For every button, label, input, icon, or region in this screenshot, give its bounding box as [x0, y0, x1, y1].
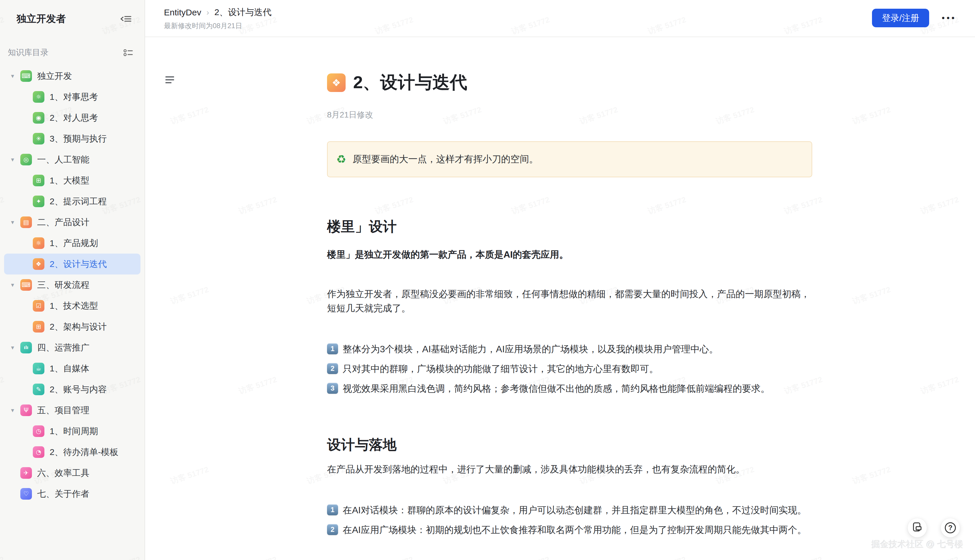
section-bold-intro: 楼里」是独立开发做的第一款产品，本质是AI的套壳应用。: [327, 248, 812, 262]
section-paragraph: 在产品从开发到落地的过程中，进行了大量的删减，涉及具体功能模块的丢弃，也有复杂流…: [327, 462, 812, 477]
clock-icon: ◔: [33, 446, 44, 458]
section-heading: 楼里」设计: [327, 217, 812, 236]
callout-text: 原型要画的大一点，这样才有挥小刀的空间。: [353, 153, 538, 166]
collapse-sidebar-icon[interactable]: [120, 14, 132, 23]
feedback-annotation-button[interactable]: [908, 518, 927, 537]
sidebar-item[interactable]: ❖2、设计与迭代: [4, 253, 140, 275]
expander-arrow-icon[interactable]: ▾: [11, 344, 20, 351]
question-mark-icon: ?: [945, 522, 956, 533]
document: ❖ 2、设计与迭代 8月21日修改 ♻ 原型要画的大一点，这样才有挥小刀的空间。…: [327, 71, 812, 560]
sidebar-item-label: 2、待办清单-模板: [50, 446, 118, 458]
numbered-list: 1整体分为3个模块，AI基础对话能力，AI应用场景的广场模块，以及我的模块用户管…: [327, 342, 812, 395]
bulb-icon: ☼: [33, 237, 44, 249]
gauge-icon: ◷: [33, 425, 44, 437]
sidebar-item[interactable]: ✦2、提示词工程: [4, 191, 140, 212]
doc-modified-date: 8月21日修改: [327, 109, 812, 120]
sidebar-item-label: 1、时间周期: [50, 425, 98, 437]
expander-arrow-icon[interactable]: ▾: [11, 219, 20, 226]
main-area: EntityDev › 2、设计与迭代 最新修改时间为08月21日 登录/注册 …: [145, 0, 975, 560]
outline-toc-icon[interactable]: [165, 76, 175, 85]
flowchart-icon: ❖: [33, 258, 44, 270]
more-options-icon[interactable]: •••: [942, 13, 957, 23]
community-watermark: 掘金技术社区 @ 七号楼: [872, 538, 963, 550]
sidebar-item-label: 2、设计与迭代: [50, 258, 107, 270]
checkbox-icon: ☑: [33, 300, 44, 312]
sidebar-item[interactable]: ⊞2、架构与设计: [4, 316, 140, 337]
recycle-icon: ♻: [336, 154, 346, 165]
login-register-button[interactable]: 登录/注册: [872, 9, 929, 27]
sidebar-item[interactable]: ☑1、技术选型: [4, 295, 140, 316]
numbered-item-text: 只对其中的群聊，广场模块的功能做了细节设计，其它的地方心里有数即可。: [343, 362, 658, 376]
sidebar-item[interactable]: ☼1、对事思考: [4, 87, 140, 107]
aperture-icon: ✳: [33, 133, 44, 145]
sidebar-item[interactable]: ▾⌨三、研发流程: [4, 275, 140, 295]
bar-chart-icon: ılı: [20, 342, 32, 353]
doc-flowchart-icon: ❖: [327, 73, 346, 92]
expander-arrow-icon[interactable]: ▾: [11, 407, 20, 414]
sidebar-item[interactable]: ✳3、预期与执行: [4, 128, 140, 149]
sidebar-item[interactable]: ✈六、效率工具: [4, 463, 140, 483]
trophy-icon: Ψ: [20, 405, 32, 416]
sidebar-item[interactable]: ▾Ψ五、项目管理: [4, 400, 140, 421]
sidebar-item-label: 1、对事思考: [50, 91, 98, 103]
workspace-title: 独立开发者: [17, 12, 66, 25]
tag-icon: ✦: [33, 195, 44, 207]
sidebar-item[interactable]: ☕1、自媒体: [4, 358, 140, 379]
numbered-list-item: 3视觉效果采用黑白浅色调，简约风格；参考微信但做不出他的质感，简约风格也能降低前…: [327, 382, 812, 395]
doc-sections: 楼里」设计楼里」是独立开发做的第一款产品，本质是AI的套壳应用。作为独立开发者，…: [327, 217, 812, 560]
doc-title-row: ❖ 2、设计与迭代: [327, 71, 812, 94]
sidebar-item-label: 四、运营推广: [37, 342, 89, 354]
kb-directory-row: 知识库目录: [0, 47, 145, 58]
compass-icon: ◉: [33, 112, 44, 123]
sidebar-item-label: 六、效率工具: [37, 467, 89, 479]
sidebar-item[interactable]: ♡七、关于作者: [4, 483, 140, 504]
layers-icon: ▤: [20, 217, 32, 228]
expander-arrow-icon[interactable]: ▾: [11, 73, 20, 80]
sidebar-item[interactable]: ▾◎一、人工智能: [4, 149, 140, 170]
breadcrumb: EntityDev › 2、设计与迭代 最新修改时间为08月21日: [164, 7, 271, 30]
sidebar-item[interactable]: ◷1、时间周期: [4, 421, 140, 442]
numbered-list-item: 2只对其中的群聊，广场模块的功能做了细节设计，其它的地方心里有数即可。: [327, 362, 812, 376]
sidebar-item[interactable]: ▾⌨独立开发: [4, 65, 140, 87]
grid-icon: ⊞: [33, 175, 44, 186]
help-button[interactable]: ?: [941, 518, 960, 537]
kb-tree: ▾⌨独立开发☼1、对事思考◉2、对人思考✳3、预期与执行▾◎一、人工智能⊞1、大…: [0, 65, 145, 504]
number-badge-icon: 3: [327, 383, 338, 394]
sidebar-item-label: 2、提示词工程: [50, 195, 107, 207]
sidebar-header: 独立开发者: [0, 0, 145, 25]
breadcrumb-root-link[interactable]: EntityDev: [164, 8, 201, 17]
expander-arrow-icon[interactable]: ▾: [11, 156, 20, 163]
compass-icon: ◎: [20, 154, 32, 165]
sidebar-item[interactable]: ✎2、账号与内容: [4, 379, 140, 400]
number-badge-icon: 1: [327, 343, 338, 354]
sidebar-item-label: 二、产品设计: [37, 217, 89, 228]
sidebar-item[interactable]: ☼1、产品规划: [4, 233, 140, 253]
header-actions: 登录/注册 •••: [872, 9, 957, 27]
sidebar-item-label: 五、项目管理: [37, 405, 89, 417]
sort-list-icon[interactable]: [123, 48, 133, 57]
sidebar-item-label: 一、人工智能: [37, 154, 89, 166]
sidebar-item[interactable]: ▾▤二、产品设计: [4, 212, 140, 233]
number-badge-icon: 2: [327, 524, 338, 535]
numbered-list-item: 1整体分为3个模块，AI基础对话能力，AI应用场景的广场模块，以及我的模块用户管…: [327, 342, 812, 356]
last-modified-text: 最新修改时间为08月21日: [164, 21, 271, 30]
numbered-item-text: 在AI对话模块：群聊的原本的设计偏复杂，用户可以动态创建群，并且指定群里大模型的…: [343, 503, 807, 517]
expander-arrow-icon[interactable]: ▾: [11, 282, 20, 288]
sidebar-item-label: 1、技术选型: [50, 300, 98, 312]
sidebar-item-label: 七、关于作者: [37, 488, 89, 500]
sidebar-item-label: 1、产品规划: [50, 237, 98, 249]
numbered-list: 1在AI对话模块：群聊的原本的设计偏复杂，用户可以动态创建群，并且指定群里大模型…: [327, 503, 812, 537]
sidebar-item[interactable]: ⊞1、大模型: [4, 170, 140, 191]
sidebar-item-label: 3、预期与执行: [50, 133, 107, 145]
sidebar-item[interactable]: ▾ılı四、运营推广: [4, 337, 140, 358]
sidebar-item-label: 1、自媒体: [50, 363, 89, 375]
numbered-item-text: 整体分为3个模块，AI基础对话能力，AI应用场景的广场模块，以及我的模块用户管理…: [343, 342, 718, 356]
number-badge-icon: 2: [327, 363, 338, 374]
sidebar-item-label: 2、账号与内容: [50, 383, 107, 395]
sidebar-item[interactable]: ◉2、对人思考: [4, 107, 140, 128]
doc-header: EntityDev › 2、设计与迭代 最新修改时间为08月21日 登录/注册 …: [145, 0, 975, 37]
sidebar-item[interactable]: ◔2、待办清单-模板: [4, 442, 140, 463]
floating-buttons: ?: [894, 518, 960, 537]
breadcrumb-separator: ›: [206, 8, 209, 17]
bulb-icon: ☼: [33, 91, 44, 103]
